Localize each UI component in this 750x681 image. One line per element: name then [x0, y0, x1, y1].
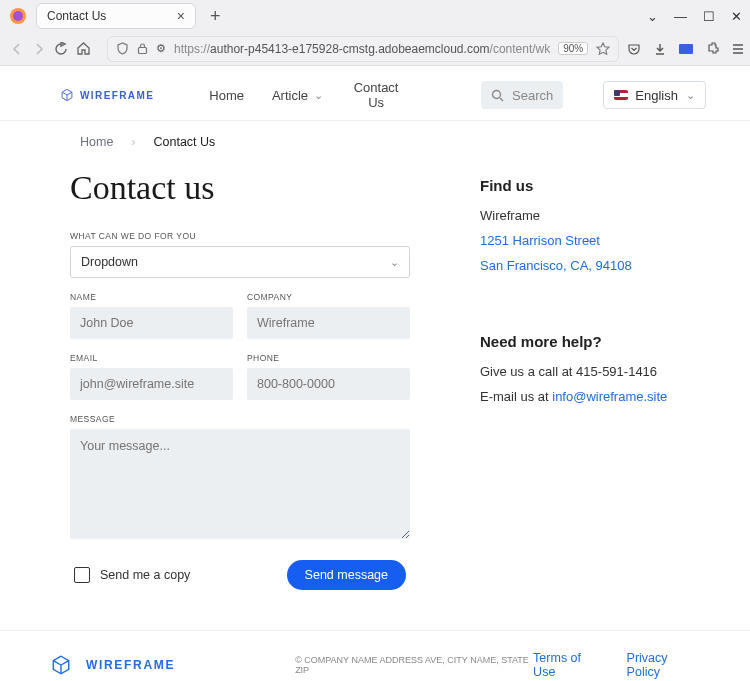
- checkbox-icon: [74, 567, 90, 583]
- close-tab-icon[interactable]: ×: [177, 8, 185, 24]
- close-window-icon[interactable]: ✕: [731, 9, 742, 24]
- phone-field[interactable]: [247, 368, 410, 400]
- reload-icon[interactable]: [54, 40, 68, 58]
- breadcrumb-home[interactable]: Home: [80, 135, 113, 149]
- cube-icon: [50, 654, 72, 676]
- pocket-icon[interactable]: [627, 42, 641, 56]
- search-icon: [491, 89, 504, 102]
- name-field[interactable]: [70, 307, 233, 339]
- nav-home[interactable]: Home: [209, 80, 244, 110]
- svg-rect-2: [139, 48, 147, 54]
- email-field[interactable]: [70, 368, 233, 400]
- terms-link[interactable]: Terms of Use: [533, 651, 602, 679]
- settings-toggle-icon: ⚙: [156, 42, 166, 55]
- company-name: Wireframe: [480, 208, 690, 223]
- chevron-right-icon: ›: [131, 135, 135, 149]
- extensions-icon[interactable]: [705, 42, 719, 56]
- url-text: https://author-p45413-e175928-cmstg.adob…: [174, 42, 550, 56]
- browser-tab-bar: Contact Us × + ⌄ — ☐ ✕: [0, 0, 750, 32]
- find-us-block: Find us Wireframe 1251 Harrison Street S…: [480, 177, 690, 273]
- chevron-down-icon: ⌄: [686, 89, 695, 102]
- site-header: WIREFRAME Home Article⌄ Contact Us Searc…: [0, 66, 750, 121]
- address-line1[interactable]: 1251 Harrison Street: [480, 233, 600, 248]
- chevron-down-icon[interactable]: ⌄: [647, 9, 658, 24]
- copyright: © COMPANY NAME ADDRESS AVE, CITY NAME, S…: [295, 655, 533, 675]
- main-nav: Home Article⌄ Contact Us: [209, 80, 401, 110]
- shield-icon: [116, 42, 129, 55]
- footer-brand[interactable]: WIREFRAME: [50, 654, 175, 676]
- privacy-link[interactable]: Privacy Policy: [627, 651, 700, 679]
- send-button[interactable]: Send message: [287, 560, 406, 590]
- page-title: Contact us: [70, 169, 410, 207]
- cube-icon: [60, 88, 74, 102]
- tab-title: Contact Us: [47, 9, 106, 23]
- label-email: EMAIL: [70, 353, 233, 363]
- address-bar: ⚙ https://author-p45413-e175928-cmstg.ad…: [0, 32, 750, 66]
- chevron-down-icon: ⌄: [390, 256, 399, 269]
- find-us-title: Find us: [480, 177, 690, 194]
- label-message: MESSAGE: [70, 414, 410, 424]
- nav-contact[interactable]: Contact Us: [351, 80, 401, 110]
- help-title: Need more help?: [480, 333, 690, 350]
- label-what: WHAT CAN WE DO FOR YOU: [70, 231, 410, 241]
- breadcrumb: Home › Contact Us: [0, 121, 750, 159]
- menu-icon[interactable]: [731, 42, 745, 56]
- nav-article[interactable]: Article⌄: [272, 80, 323, 110]
- url-field[interactable]: ⚙ https://author-p45413-e175928-cmstg.ad…: [107, 36, 619, 62]
- firefox-icon: [8, 6, 28, 26]
- download-icon[interactable]: [653, 42, 667, 56]
- copy-checkbox[interactable]: Send me a copy: [74, 567, 190, 583]
- contact-email-link[interactable]: info@wireframe.site: [552, 389, 667, 404]
- star-icon[interactable]: [596, 42, 610, 56]
- back-icon[interactable]: [10, 40, 24, 58]
- svg-point-3: [493, 90, 501, 98]
- topic-dropdown[interactable]: Dropdown ⌄: [70, 246, 410, 278]
- browser-tab[interactable]: Contact Us ×: [36, 3, 196, 29]
- search-input[interactable]: Search: [481, 81, 563, 109]
- address-line2[interactable]: San Francisco, CA, 94108: [480, 258, 632, 273]
- chevron-down-icon: ⌄: [314, 89, 323, 102]
- new-tab-button[interactable]: +: [204, 6, 227, 27]
- svg-point-1: [13, 11, 23, 21]
- brand-logo[interactable]: WIREFRAME: [60, 88, 154, 102]
- company-field[interactable]: [247, 307, 410, 339]
- home-icon[interactable]: [76, 40, 91, 58]
- site-footer: WIREFRAME © COMPANY NAME ADDRESS AVE, CI…: [0, 630, 750, 681]
- maximize-icon[interactable]: ☐: [703, 9, 715, 24]
- call-line: Give us a call at 415-591-1416: [480, 364, 690, 379]
- breadcrumb-current: Contact Us: [154, 135, 216, 149]
- forward-icon[interactable]: [32, 40, 46, 58]
- help-block: Need more help? Give us a call at 415-59…: [480, 333, 690, 404]
- zoom-badge[interactable]: 90%: [558, 42, 588, 55]
- label-name: NAME: [70, 292, 233, 302]
- label-company: COMPANY: [247, 292, 410, 302]
- lock-icon: [137, 42, 148, 55]
- message-field[interactable]: [70, 429, 410, 539]
- label-phone: PHONE: [247, 353, 410, 363]
- minimize-icon[interactable]: —: [674, 9, 687, 24]
- email-line: E-mail us at info@wireframe.site: [480, 389, 690, 404]
- flag-icon: [614, 90, 628, 100]
- account-icon[interactable]: [679, 44, 693, 54]
- language-selector[interactable]: English ⌄: [603, 81, 706, 109]
